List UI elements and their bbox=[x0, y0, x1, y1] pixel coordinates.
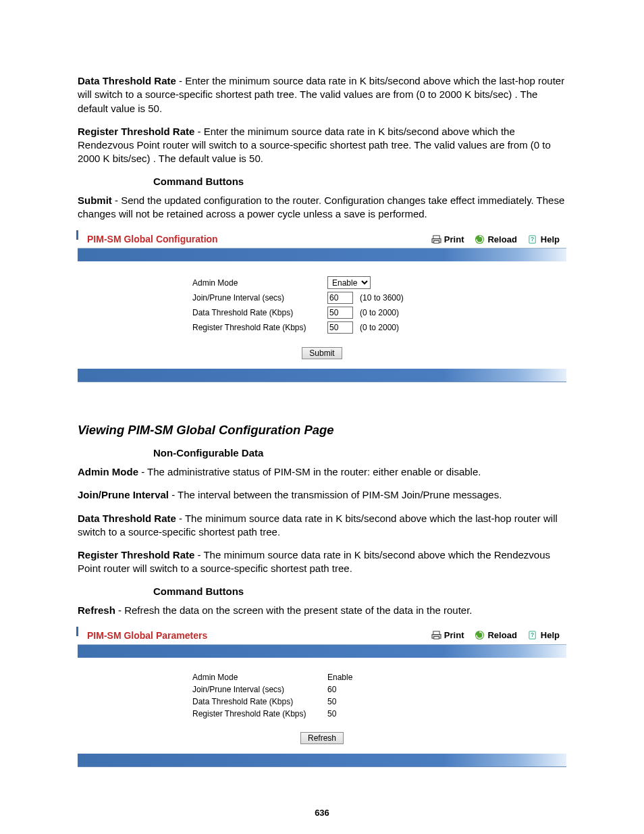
panel-divider-bottom-2 bbox=[78, 754, 566, 766]
svg-rect-2 bbox=[434, 240, 439, 243]
cmd-buttons-heading-2: Command Buttons bbox=[153, 585, 566, 597]
row-join-prune-ro: Join/Prune Interval (secs) 60 bbox=[84, 685, 560, 694]
submit-button[interactable]: Submit bbox=[302, 347, 342, 359]
panel-body: Admin Mode Enable Join/Prune Interval (s… bbox=[78, 261, 566, 369]
label-admin-mode: Admin Mode bbox=[84, 278, 327, 288]
label-register-threshold-ro: Register Threshold Rate (Kbps) bbox=[84, 709, 327, 719]
para-submit: Submit - Send the updated configuration … bbox=[78, 194, 566, 221]
reload-icon bbox=[475, 234, 485, 244]
para-rtr-2: Register Threshold Rate - The minimum so… bbox=[78, 548, 566, 576]
value-data-threshold-ro: 50 bbox=[327, 697, 368, 706]
panel-actions-2: Print Reload ? Help bbox=[431, 630, 560, 640]
label-register-threshold: Register Threshold Rate (Kbps) bbox=[84, 323, 327, 332]
svg-rect-0 bbox=[433, 235, 439, 238]
row-join-prune: Join/Prune Interval (secs) (10 to 3600) bbox=[84, 292, 560, 304]
label-join-prune-ro: Join/Prune Interval (secs) bbox=[84, 685, 327, 694]
data-threshold-input[interactable] bbox=[327, 307, 353, 319]
panel-actions: Print Reload ? Help bbox=[431, 234, 560, 244]
para-rtr: Register Threshold Rate - Enter the mini… bbox=[78, 125, 566, 166]
panel-notch bbox=[76, 230, 78, 240]
panel-divider-top-2 bbox=[78, 645, 566, 658]
panel-header: PIM-SM Global Configuration Print Reload bbox=[78, 230, 566, 249]
print-button[interactable]: Print bbox=[431, 630, 464, 640]
refresh-button[interactable]: Refresh bbox=[300, 732, 344, 744]
register-threshold-input[interactable] bbox=[327, 321, 353, 334]
label-data-threshold-ro: Data Threshold Rate (Kbps) bbox=[84, 697, 327, 706]
svg-text:?: ? bbox=[531, 632, 534, 639]
panel-divider-top bbox=[78, 249, 566, 261]
value-register-threshold-ro: 50 bbox=[327, 709, 368, 719]
section-heading-viewing: Viewing PIM-SM Global Configuration Page bbox=[78, 423, 566, 438]
value-join-prune-ro: 60 bbox=[327, 685, 368, 694]
row-admin-mode: Admin Mode Enable bbox=[84, 276, 560, 289]
print-icon bbox=[431, 630, 441, 640]
svg-rect-8 bbox=[434, 637, 439, 640]
admin-mode-select[interactable]: Enable bbox=[327, 276, 371, 289]
panel-body-2: Admin Mode Enable Join/Prune Interval (s… bbox=[78, 658, 566, 754]
hint-data-threshold: (0 to 2000) bbox=[360, 308, 399, 317]
panel-header-2: PIM-SM Global Parameters Print Reload bbox=[78, 627, 566, 645]
value-admin-mode-ro: Enable bbox=[327, 673, 368, 682]
reload-button[interactable]: Reload bbox=[475, 234, 516, 244]
reload-icon bbox=[475, 630, 485, 640]
row-data-threshold: Data Threshold Rate (Kbps) (0 to 2000) bbox=[84, 307, 560, 319]
row-register-threshold-ro: Register Threshold Rate (Kbps) 50 bbox=[84, 709, 560, 719]
help-button[interactable]: ? Help bbox=[528, 234, 560, 244]
page-number: 636 bbox=[78, 808, 566, 818]
help-icon: ? bbox=[528, 630, 538, 640]
label-data-threshold: Data Threshold Rate (Kbps) bbox=[84, 308, 327, 317]
help-icon: ? bbox=[528, 234, 538, 244]
refresh-row: Refresh bbox=[84, 732, 560, 744]
cmd-buttons-heading-1: Command Buttons bbox=[153, 176, 566, 187]
panel-pim-sm-global-parameters: PIM-SM Global Parameters Print Reload bbox=[78, 627, 566, 767]
para-dtr-2: Data Threshold Rate - The minimum source… bbox=[78, 512, 566, 540]
hint-join-prune: (10 to 3600) bbox=[360, 293, 404, 303]
panel-title: PIM-SM Global Configuration bbox=[87, 234, 218, 244]
hint-register-threshold: (0 to 2000) bbox=[360, 323, 399, 332]
print-button[interactable]: Print bbox=[431, 234, 464, 244]
label-join-prune: Join/Prune Interval (secs) bbox=[84, 293, 327, 303]
row-register-threshold: Register Threshold Rate (Kbps) (0 to 200… bbox=[84, 321, 560, 334]
print-icon bbox=[431, 234, 441, 244]
label-admin-mode-ro: Admin Mode bbox=[84, 673, 327, 682]
svg-text:?: ? bbox=[531, 236, 534, 242]
join-prune-input[interactable] bbox=[327, 292, 353, 304]
panel-title-2: PIM-SM Global Parameters bbox=[87, 630, 207, 641]
submit-row: Submit bbox=[84, 347, 560, 359]
para-admin-mode: Admin Mode - The administrative status o… bbox=[78, 465, 566, 479]
para-dtr: Data Threshold Rate - Enter the minimum … bbox=[78, 74, 566, 115]
para-refresh: Refresh - Refresh the data on the screen… bbox=[78, 604, 566, 617]
reload-button[interactable]: Reload bbox=[475, 630, 516, 640]
row-data-threshold-ro: Data Threshold Rate (Kbps) 50 bbox=[84, 697, 560, 706]
panel-pim-sm-global-configuration: PIM-SM Global Configuration Print Reload bbox=[78, 230, 566, 382]
non-configurable-data-heading: Non-Configurable Data bbox=[153, 447, 566, 459]
panel-divider-bottom bbox=[78, 369, 566, 382]
row-admin-mode-ro: Admin Mode Enable bbox=[84, 673, 560, 682]
para-join-prune: Join/Prune Interval - The interval betwe… bbox=[78, 488, 566, 502]
panel-notch bbox=[76, 627, 78, 636]
help-button[interactable]: ? Help bbox=[528, 630, 560, 640]
svg-rect-6 bbox=[433, 631, 439, 635]
